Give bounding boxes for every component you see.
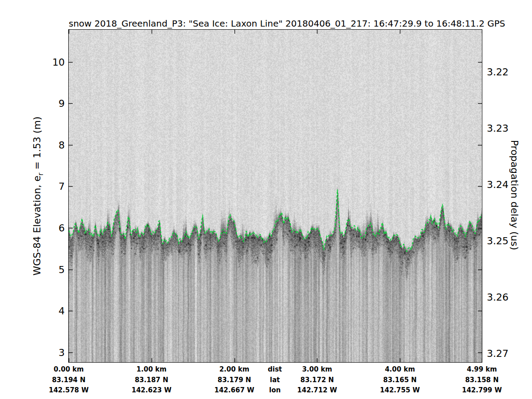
x-lat-label: 83.187 N bbox=[116, 375, 187, 386]
x-lat-label: 83.158 N bbox=[446, 375, 517, 386]
x-axis-column: 0.00 km83.194 N142.578 W bbox=[33, 364, 104, 396]
x-lon-label: 142.578 W bbox=[33, 385, 104, 396]
x-lon-label: 142.623 W bbox=[116, 385, 187, 396]
y-tick-label-right: 3.25 bbox=[487, 235, 509, 246]
echogram-figure: snow 2018_Greenland_P3: "Sea Ice: Laxon … bbox=[0, 0, 532, 399]
chart-title: snow 2018_Greenland_P3: "Sea Ice: Laxon … bbox=[69, 18, 482, 29]
x-dist-label: 4.99 km bbox=[446, 364, 517, 375]
x-axis-column: 4.99 km83.158 N142.799 W bbox=[446, 364, 517, 396]
x-lon-label: 142.799 W bbox=[446, 385, 517, 396]
right-axis-label: Propagation delay (us) bbox=[509, 140, 520, 250]
y-tick-label-right: 3.24 bbox=[487, 179, 509, 190]
x-lon-label: 142.755 W bbox=[364, 385, 435, 396]
x-lat-label: 83.194 N bbox=[33, 375, 104, 386]
echogram-canvas bbox=[69, 30, 482, 362]
x-dist-label: 4.00 km bbox=[364, 364, 435, 375]
x-lat-label: 83.165 N bbox=[364, 375, 435, 386]
y-tick-label-right: 3.27 bbox=[487, 348, 509, 359]
x-header-dist: dist bbox=[239, 364, 310, 375]
y-tick-label-left: 3 bbox=[0, 347, 65, 358]
plot-area bbox=[68, 29, 482, 363]
x-axis-header: distlatlon bbox=[239, 364, 310, 396]
x-header-lat: lat bbox=[239, 375, 310, 386]
y-tick-label-left: 7 bbox=[0, 181, 65, 192]
x-axis-column: 1.00 km83.187 N142.623 W bbox=[116, 364, 187, 396]
y-tick-label-right: 3.23 bbox=[487, 123, 509, 134]
y-tick-label-right: 3.26 bbox=[487, 291, 509, 302]
y-tick-label-left: 8 bbox=[0, 139, 65, 150]
y-tick-label-right: 3.22 bbox=[487, 66, 509, 78]
left-axis-label-subscript: r bbox=[36, 173, 45, 176]
y-tick-label-left: 9 bbox=[0, 98, 65, 109]
y-tick-label-left: 4 bbox=[0, 305, 65, 317]
x-dist-label: 0.00 km bbox=[33, 364, 104, 375]
x-header-lon: lon bbox=[239, 385, 310, 396]
x-dist-label: 1.00 km bbox=[116, 364, 187, 375]
x-axis-column: 4.00 km83.165 N142.755 W bbox=[364, 364, 435, 396]
y-tick-label-left: 6 bbox=[0, 223, 65, 234]
y-tick-label-left: 10 bbox=[0, 56, 65, 67]
y-tick-label-left: 5 bbox=[0, 264, 65, 275]
